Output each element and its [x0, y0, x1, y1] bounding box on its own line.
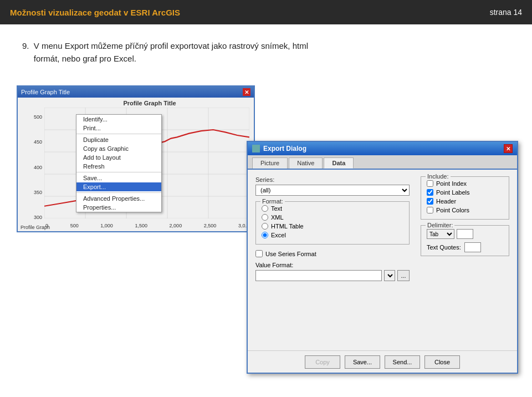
include-point-labels-row: Point Labels — [427, 189, 503, 196]
export-footer: Copy Save... Send... Close — [248, 350, 517, 373]
format-html-radio[interactable] — [262, 223, 268, 230]
include-point-colors-checkbox[interactable] — [427, 207, 433, 213]
profile-graph-window: Profile Graph Title ✕ Identify... Print.… — [17, 85, 255, 232]
header-title: Možnosti vizualizace geodat v ESRI ArcGI… — [10, 8, 180, 17]
y-label-450: 450 — [21, 139, 42, 145]
menu-separator-2 — [76, 172, 161, 172]
export-left-panel: Series: (all) Format: Text XML — [255, 176, 410, 281]
main-content: 9. V menu Export můžeme příčný profil ex… — [0, 24, 532, 87]
format-xml-label: XML — [271, 214, 284, 221]
x-label-1000: 1,000 — [100, 223, 113, 228]
include-point-labels-label: Point Labels — [436, 189, 470, 196]
x-label-2000: 2,000 — [170, 223, 182, 228]
value-format-input-row: ... — [255, 270, 410, 281]
format-text-label: Text — [271, 205, 282, 212]
menu-item-duplicate[interactable]: Duplicate — [76, 135, 161, 144]
y-label-400: 400 — [21, 165, 42, 170]
profile-graph-body: Identify... Print... Duplicate Copy as G… — [18, 98, 254, 231]
menu-separator-1 — [76, 134, 161, 134]
value-format-input[interactable] — [255, 270, 382, 281]
export-right-panel: Include: Point Index Point Labels Header — [421, 176, 509, 281]
export-close-button[interactable]: ✕ — [504, 144, 513, 153]
menu-item-add-layout[interactable]: Add to Layout — [76, 153, 161, 162]
format-text-row: Text — [262, 205, 403, 212]
text-quotes-row: Text Quotes: — [427, 242, 503, 252]
format-html-label: HTML Table — [271, 223, 304, 230]
series-row: (all) — [255, 185, 410, 196]
profile-graph-title: Profile Graph Title — [21, 89, 70, 95]
value-format-label: Value Format: — [255, 262, 410, 268]
include-point-colors-label: Point Colors — [436, 207, 469, 213]
menu-item-identify[interactable]: Identify... — [76, 115, 161, 124]
copy-button[interactable]: Copy — [305, 355, 340, 369]
delimiter-row: Tab — [427, 229, 503, 239]
x-label-500: 500 — [70, 223, 79, 228]
export-dialog: Export Dialog ✕ Picture Native Data Seri… — [247, 141, 518, 374]
y-label-300: 300 — [21, 215, 42, 220]
menu-item-advanced-props[interactable]: Advanced Properties... — [76, 194, 161, 203]
include-header-checkbox[interactable] — [427, 198, 433, 205]
text-quotes-label: Text Quotes: — [427, 244, 461, 251]
tab-native[interactable]: Native — [289, 157, 323, 169]
delimiter-input[interactable] — [457, 229, 473, 239]
profile-graph-titlebar: Profile Graph Title ✕ — [18, 86, 254, 98]
include-header-row: Header — [427, 198, 503, 205]
use-series-format-checkbox[interactable] — [255, 250, 263, 257]
export-tabs: Picture Native Data — [248, 155, 517, 170]
menu-item-export[interactable]: Export... — [76, 182, 161, 191]
menu-item-print[interactable]: Print... — [76, 124, 161, 133]
include-point-index-checkbox[interactable] — [427, 180, 433, 187]
x-label-2500: 2,500 — [204, 223, 217, 228]
header: Možnosti vizualizace geodat v ESRI ArcGI… — [0, 0, 532, 24]
value-format-row: Value Format: ... — [255, 262, 410, 281]
include-group-label: Include: — [426, 173, 451, 180]
tab-data[interactable]: Data — [324, 157, 354, 169]
format-text-radio[interactable] — [262, 205, 268, 212]
y-label-350: 350 — [21, 190, 42, 195]
include-point-index-label: Point Index — [436, 180, 467, 187]
format-xml-row: XML — [262, 214, 403, 221]
format-group: Format: Text XML HTML Table — [255, 201, 410, 245]
save-button[interactable]: Save... — [345, 355, 380, 369]
delimiter-dropdown[interactable]: Tab — [427, 229, 454, 239]
x-axis: 0 500 1,000 1,500 2,000 2,500 3,0... — [45, 223, 249, 228]
header-page: strana 14 — [490, 8, 522, 17]
context-menu: Identify... Print... Duplicate Copy as G… — [76, 114, 162, 212]
tab-picture[interactable]: Picture — [252, 157, 288, 169]
use-series-format-row: Use Series Format — [255, 250, 410, 257]
format-excel-label: Excel — [271, 232, 286, 238]
x-label-1500: 1,500 — [135, 223, 147, 228]
description-line: 9. V menu Export můžeme příčný profil ex… — [22, 41, 308, 63]
graph-footer-label: Profile Graph — [21, 225, 50, 230]
export-dialog-icon — [252, 145, 260, 152]
include-point-labels-checkbox[interactable] — [427, 189, 433, 196]
format-html-row: HTML Table — [262, 223, 403, 230]
include-point-colors-row: Point Colors — [427, 207, 503, 213]
export-dialog-titlebar: Export Dialog ✕ — [248, 142, 517, 155]
delimiter-group: Delimiter: Tab Text Quotes: — [421, 225, 509, 256]
graph-title-label: Profile Graph Title — [45, 100, 254, 106]
close-button[interactable]: Close — [424, 355, 460, 369]
value-format-dropdown[interactable] — [384, 270, 395, 281]
format-excel-row: Excel — [262, 232, 403, 238]
y-axis: 500 450 400 350 300 — [21, 114, 44, 220]
include-point-index-row: Point Index — [427, 180, 503, 187]
include-header-label: Header — [436, 198, 456, 205]
include-group: Include: Point Index Point Labels Header — [421, 176, 509, 220]
format-excel-radio[interactable] — [262, 232, 268, 238]
value-format-btn[interactable]: ... — [397, 270, 410, 281]
description-text: 9. V menu Export můžeme příčný profil ex… — [22, 40, 510, 65]
menu-item-properties[interactable]: Properties... — [76, 203, 161, 212]
menu-item-copy-graphic[interactable]: Copy as Graphic — [76, 144, 161, 153]
menu-item-refresh[interactable]: Refresh — [76, 162, 161, 171]
send-button[interactable]: Send... — [385, 355, 420, 369]
series-label: Series: — [255, 176, 410, 183]
text-quotes-input[interactable] — [464, 242, 481, 252]
series-dropdown[interactable]: (all) — [255, 185, 410, 196]
delimiter-group-label: Delimiter: — [426, 222, 454, 228]
profile-graph-close-button[interactable]: ✕ — [243, 88, 250, 96]
format-xml-radio[interactable] — [262, 214, 268, 221]
export-dialog-title: Export Dialog — [263, 145, 306, 152]
export-body: Series: (all) Format: Text XML — [248, 170, 517, 288]
menu-item-save[interactable]: Save... — [76, 174, 161, 182]
